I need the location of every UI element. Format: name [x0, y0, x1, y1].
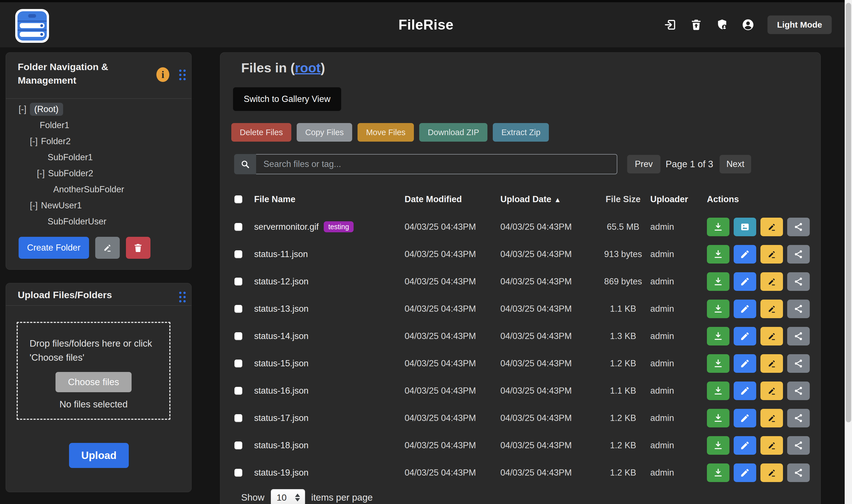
rename-button[interactable]	[761, 327, 783, 345]
share-button[interactable]	[787, 245, 810, 264]
folder-tree-item[interactable]: SubFolderUser	[6, 213, 191, 230]
folder-name[interactable]: AnotherSubFolder	[53, 184, 124, 195]
share-button[interactable]	[787, 436, 810, 455]
column-header-file-size[interactable]: File Size	[596, 194, 650, 204]
column-header-uploader[interactable]: Uploader	[650, 194, 707, 204]
edit-button[interactable]	[734, 245, 756, 264]
folder-name[interactable]: NewUser1	[41, 200, 82, 211]
select-all-checkbox[interactable]	[234, 195, 242, 203]
folder-name[interactable]: SubFolder2	[48, 168, 93, 179]
folder-name-selected[interactable]: (Root)	[30, 103, 63, 116]
row-checkbox[interactable]	[234, 332, 242, 340]
file-name[interactable]: status-17.json	[254, 413, 309, 423]
rename-button[interactable]	[761, 245, 783, 264]
edit-button[interactable]	[734, 327, 756, 345]
file-name[interactable]: status-14.json	[254, 331, 309, 341]
search-input[interactable]	[256, 154, 617, 174]
move-files-button[interactable]: Move Files	[358, 123, 414, 142]
folder-tree-item[interactable]: AnotherSubFolder	[6, 181, 191, 197]
edit-button[interactable]	[734, 272, 756, 291]
share-button[interactable]	[787, 381, 810, 400]
upload-button[interactable]: Upload	[69, 443, 129, 468]
admin-shield-button[interactable]	[716, 18, 729, 31]
light-mode-button[interactable]: Light Mode	[767, 16, 832, 34]
next-page-button[interactable]: Next	[719, 155, 751, 174]
copy-files-button[interactable]: Copy Files	[297, 123, 352, 142]
row-checkbox[interactable]	[234, 414, 242, 422]
row-checkbox[interactable]	[234, 277, 242, 286]
row-checkbox[interactable]	[234, 305, 242, 313]
exit-app-button[interactable]	[664, 18, 677, 31]
root-folder-link[interactable]: root	[295, 60, 320, 75]
column-header-file-name[interactable]: File Name	[254, 194, 404, 204]
rename-button[interactable]	[761, 218, 783, 236]
folder-tree-item[interactable]: Folder1	[6, 117, 191, 133]
row-checkbox[interactable]	[234, 360, 242, 367]
folder-collapse-toggle[interactable]: [-]	[30, 200, 38, 211]
edit-button[interactable]	[734, 436, 756, 455]
download-button[interactable]	[707, 272, 729, 291]
file-name[interactable]: status-18.json	[254, 440, 309, 450]
folder-name[interactable]: SubFolderUser	[48, 217, 106, 227]
file-name[interactable]: servermonitor.gif	[254, 222, 319, 232]
edit-button[interactable]	[734, 464, 756, 482]
account-circle-button[interactable]	[742, 18, 754, 31]
row-checkbox[interactable]	[234, 469, 242, 477]
folder-tree-item[interactable]: [-]SubFolder2	[6, 165, 191, 181]
rename-button[interactable]	[761, 354, 783, 373]
download-button[interactable]	[707, 436, 729, 455]
drag-handle-icon[interactable]	[179, 292, 186, 302]
download-button[interactable]	[707, 464, 729, 482]
share-button[interactable]	[787, 464, 810, 482]
folder-tree-item[interactable]: [-]NewUser1	[6, 197, 191, 213]
share-button[interactable]	[787, 218, 810, 236]
folder-collapse-toggle[interactable]: [-]	[37, 168, 45, 179]
folder-collapse-toggle[interactable]: [-]	[30, 136, 38, 146]
file-dropzone[interactable]: Drop files/folders here or click 'Choose…	[17, 322, 171, 420]
row-checkbox[interactable]	[234, 223, 242, 231]
folder-tree-item[interactable]: [-]Folder2	[6, 133, 191, 149]
file-name[interactable]: status-16.json	[254, 386, 309, 396]
edit-button[interactable]	[734, 300, 756, 318]
download-button[interactable]	[707, 300, 729, 318]
folder-tree-item[interactable]: SubFolder1	[6, 149, 191, 165]
download-button[interactable]	[707, 354, 729, 373]
file-name[interactable]: status-13.json	[254, 304, 309, 314]
rename-folder-button[interactable]	[95, 237, 120, 259]
items-per-page-select[interactable]: 10	[271, 489, 305, 504]
file-name[interactable]: status-15.json	[254, 358, 309, 368]
extract-zip-button[interactable]: Extract Zip	[493, 123, 549, 142]
file-name[interactable]: status-12.json	[254, 276, 309, 287]
edit-button[interactable]	[734, 409, 756, 427]
choose-files-button[interactable]: Choose files	[55, 372, 132, 392]
download-button[interactable]	[707, 245, 729, 264]
download-button[interactable]	[707, 381, 729, 400]
folder-name[interactable]: Folder1	[40, 120, 69, 130]
folder-collapse-toggle[interactable]: [-]	[19, 104, 27, 114]
info-icon[interactable]: i	[156, 67, 169, 82]
download-button[interactable]	[707, 218, 729, 236]
download-button[interactable]	[707, 409, 729, 427]
share-button[interactable]	[787, 354, 810, 373]
edit-button[interactable]	[734, 354, 756, 373]
row-checkbox[interactable]	[234, 250, 242, 258]
trash-restore-button[interactable]	[690, 18, 703, 31]
download-button[interactable]	[707, 327, 729, 345]
page-scrollbar[interactable]	[845, 0, 852, 504]
share-button[interactable]	[787, 272, 810, 291]
rename-button[interactable]	[761, 272, 783, 291]
rename-button[interactable]	[761, 464, 783, 482]
drag-handle-icon[interactable]	[179, 70, 186, 80]
create-folder-button[interactable]: Create Folder	[19, 237, 89, 259]
column-header-upload-date[interactable]: Upload Date▲	[500, 194, 596, 204]
scrollbar-thumb[interactable]	[846, 3, 851, 422]
preview-button[interactable]	[734, 218, 756, 236]
switch-gallery-view-button[interactable]: Switch to Gallery View	[233, 87, 341, 111]
delete-files-button[interactable]: Delete Files	[231, 123, 291, 142]
edit-button[interactable]	[734, 381, 756, 400]
folder-name[interactable]: Folder2	[41, 136, 71, 146]
rename-button[interactable]	[761, 409, 783, 427]
folder-name[interactable]: SubFolder1	[48, 152, 93, 162]
row-checkbox[interactable]	[234, 387, 242, 395]
file-name[interactable]: status-19.json	[254, 468, 309, 478]
